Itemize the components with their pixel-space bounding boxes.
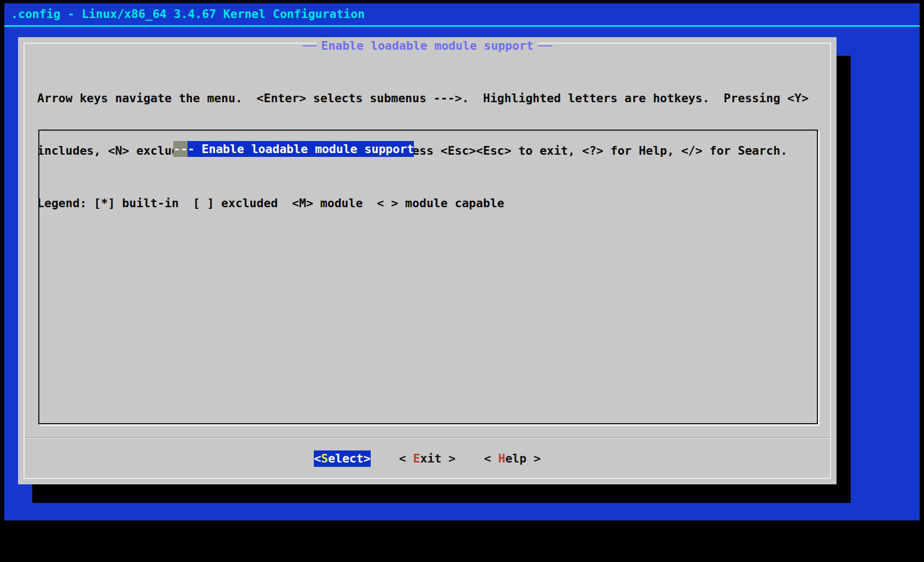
menu-list: --- Enable loadable module support xyxy=(38,130,818,424)
help-button-pre: < xyxy=(484,452,498,465)
select-button[interactable]: <Select> xyxy=(314,450,371,467)
buttons-separator xyxy=(25,437,830,438)
exit-button-hotkey: E xyxy=(413,452,420,465)
help-button[interactable]: < Help > xyxy=(484,450,541,467)
menu-cursor: -- xyxy=(173,141,188,157)
terminal-screen: .config - Linux/x86_64 3.4.67 Kernel Con… xyxy=(4,3,920,520)
menu-item-enable-loadable-module-support[interactable]: --- Enable loadable module support xyxy=(173,141,414,157)
help-button-post: elp > xyxy=(505,452,541,465)
exit-button-pre: < xyxy=(399,452,413,465)
exit-button-post: xit > xyxy=(420,452,456,465)
select-button-pre: < xyxy=(314,452,321,465)
exit-button[interactable]: < Exit > xyxy=(399,450,456,467)
title-divider xyxy=(4,25,920,27)
menu-item-label: - Enable loadable module support xyxy=(188,141,414,157)
window-title: .config - Linux/x86_64 3.4.67 Kernel Con… xyxy=(11,5,365,23)
button-row: <Select> < Exit > < Help > xyxy=(18,450,837,467)
title-dash-right: ── xyxy=(538,39,552,52)
help-button-hotkey: H xyxy=(498,452,505,465)
dialog-title: ──Enable loadable module support── xyxy=(18,38,837,54)
select-button-post: elect> xyxy=(328,452,371,465)
kernel-config-dialog: ──Enable loadable module support── Arrow… xyxy=(18,37,837,484)
dialog-title-text: Enable loadable module support xyxy=(317,39,537,52)
select-button-hotkey: S xyxy=(321,452,328,465)
title-dash-left: ── xyxy=(302,39,317,52)
help-line-1: Arrow keys navigate the menu. <Enter> se… xyxy=(37,90,809,107)
